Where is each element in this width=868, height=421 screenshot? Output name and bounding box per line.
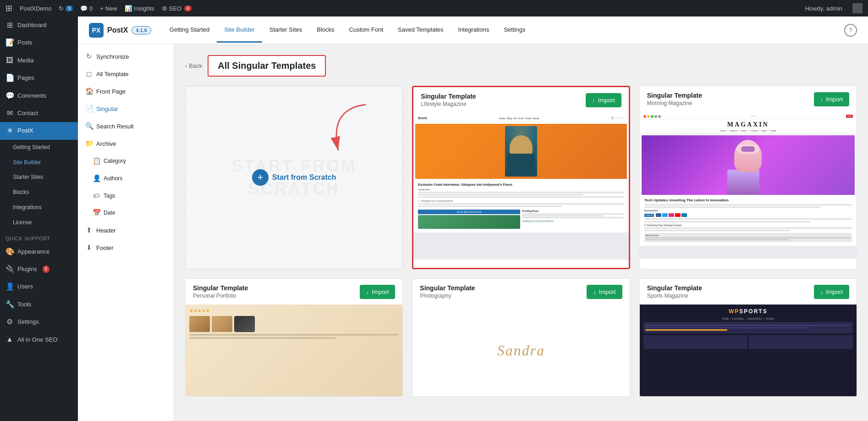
template-card-sub-photography: Photography (420, 293, 475, 299)
nav-custom-font[interactable]: Custom Font (342, 18, 390, 43)
template-preview-lifestyle: Briefx HomeBlogArtFoodTravelName ⊙ ○ ○ ○ (413, 113, 628, 260)
import-button-sports[interactable]: ↓ Import (814, 285, 849, 299)
tmpl-sidebar-label: Date (104, 210, 115, 216)
postx-logo: PX PostX 4.1.6 (89, 23, 151, 38)
howdy-text: Howdy, admin (805, 5, 842, 12)
insights-label: Insights (134, 5, 154, 12)
sidebar-item-pages[interactable]: 📄 Pages (0, 69, 78, 87)
template-preview-photography: Sandra (412, 305, 629, 396)
import-icon: ↓ (593, 288, 596, 295)
template-card-sub: Lifestyle Magazine (421, 101, 476, 107)
sidebar-item-starter-sites[interactable]: Starter Sites (0, 170, 78, 185)
insights-item[interactable]: 📊 Insights (125, 5, 154, 12)
template-card-info: Singular Template Personal Portfolio (193, 284, 248, 299)
scratch-arrow (302, 95, 384, 179)
scratch-label[interactable]: + Start from Scratch (252, 169, 336, 186)
tmpl-sidebar-footer[interactable]: ⬇ Footer (78, 239, 174, 256)
sidebar-item-license[interactable]: License (0, 215, 78, 230)
nav-site-builder[interactable]: Site Builder (217, 18, 262, 43)
sidebar-item-plugins[interactable]: 🔌 Plugins 6 (0, 260, 78, 278)
page-title: All Singular Templates (218, 61, 316, 71)
sidebar-item-label: Starter Sites (13, 173, 43, 181)
tmpl-sidebar-header[interactable]: ⬆ Header (78, 222, 174, 239)
tmpl-sidebar-label: Footer (96, 244, 114, 251)
template-card-name-morning: Singular Template (647, 92, 702, 99)
tmpl-sidebar-archive[interactable]: 📁 Archive (78, 135, 174, 152)
tmpl-sidebar-label: Category (104, 158, 126, 164)
back-button[interactable]: ‹ Back (185, 62, 202, 69)
import-label: Import (826, 96, 843, 103)
tmpl-sidebar-singular[interactable]: 📄 Singular (78, 100, 174, 117)
template-card-sub-portfolio: Personal Portfolio (193, 293, 248, 299)
nav-integrations[interactable]: Integrations (451, 18, 497, 43)
header-icon: ⬆ (85, 226, 93, 234)
sidebar-item-media[interactable]: 🖼 Media (0, 52, 78, 69)
tmpl-sidebar-label: Singular (96, 105, 118, 112)
sidebar-item-getting-started[interactable]: Getting Started (0, 140, 78, 155)
tmpl-sidebar-label: Tags (104, 193, 115, 199)
sidebar-item-label: All in One SEO (17, 336, 57, 344)
tmpl-sidebar-all-template[interactable]: ◻ All Template (78, 65, 174, 83)
site-name[interactable]: PostXDemo (20, 5, 51, 12)
archive-icon: 📁 (85, 139, 93, 148)
tmpl-sidebar-search-result[interactable]: 🔍 Search Result (78, 117, 174, 135)
seo-item[interactable]: ⚙ SEO 4 (162, 5, 192, 12)
wp-logo-icon[interactable]: ⊞ (5, 3, 12, 13)
nav-saved-templates[interactable]: Saved Templates (390, 18, 451, 43)
import-label: Import (826, 288, 843, 295)
sidebar-item-integrations[interactable]: Integrations (0, 200, 78, 215)
template-card-header-portfolio: Singular Template Personal Portfolio ↓ I… (186, 279, 402, 305)
import-button-lifestyle[interactable]: ↓ Import (586, 93, 621, 107)
help-button[interactable]: ? (844, 24, 857, 37)
tags-icon: 🏷 (93, 192, 100, 199)
tmpl-sidebar-front-page[interactable]: 🏠 Front Page (78, 83, 174, 100)
template-title-bar: ‹ Back All Singular Templates (185, 55, 857, 77)
nav-starter-sites[interactable]: Starter Sites (262, 18, 310, 43)
sidebar-item-allinone[interactable]: ▲ All in One SEO (0, 331, 78, 348)
nav-blocks[interactable]: Blocks (309, 18, 341, 43)
sidebar-item-site-builder[interactable]: Site Builder (0, 155, 78, 170)
dashboard-icon: ⊞ (5, 20, 14, 30)
tmpl-sidebar-date[interactable]: 📅 Date (78, 204, 174, 222)
sidebar-quick-support-header: Quick Support (0, 230, 78, 243)
import-button-photography[interactable]: ↓ Import (587, 285, 622, 299)
sidebar-item-label: Settings (17, 318, 39, 326)
tmpl-sidebar-category[interactable]: 📋 Category (78, 152, 174, 170)
tmpl-sidebar-authors[interactable]: 👤 Authors (78, 170, 174, 187)
new-item[interactable]: + New (100, 5, 117, 12)
seo-label: SEO (169, 5, 181, 12)
admin-bar: ⊞ PostXDemo ↻ 9 💬 0 + New 📊 Insights ⚙ S… (0, 0, 868, 17)
updates-item[interactable]: ↻ 9 (59, 5, 73, 12)
sidebar-item-settings[interactable]: ⚙ Settings (0, 313, 78, 331)
sidebar-item-posts[interactable]: 📝 Posts (0, 34, 78, 51)
sidebar-item-users[interactable]: 👤 Users (0, 278, 78, 295)
import-button-portfolio[interactable]: ↓ Import (360, 285, 395, 299)
nav-getting-started[interactable]: Getting Started (162, 18, 217, 43)
synchronize-icon: ↻ (85, 52, 93, 61)
sidebar-item-label: Blocks (13, 188, 29, 196)
sidebar-item-comments[interactable]: 💬 Comments (0, 87, 78, 105)
comments-item[interactable]: 💬 0 (80, 5, 93, 12)
sidebar-item-contact[interactable]: ✉ Contact (0, 105, 78, 122)
sidebar-item-label: Contact (17, 109, 38, 117)
sidebar-item-tools[interactable]: 🔧 Tools (0, 296, 78, 313)
all-template-icon: ◻ (85, 70, 93, 78)
pages-icon: 📄 (5, 73, 14, 83)
template-card-name-photography: Singular Template (420, 284, 475, 292)
sidebar-item-appearance[interactable]: 🎨 Appearance (0, 243, 78, 260)
tools-icon: 🔧 (5, 299, 14, 310)
sidebar-item-label: Pages (17, 74, 34, 82)
import-label: Import (599, 288, 616, 295)
tmpl-sidebar-synchronize[interactable]: ↻ Synchronize (78, 48, 174, 65)
template-preview-sports: WPSPORTS HOME|FOOTBALL|BASKETBALL|TENNIS (640, 305, 857, 396)
nav-settings[interactable]: Settings (496, 18, 533, 43)
sidebar-item-label: Site Builder (13, 159, 41, 166)
sidebar-item-postx[interactable]: ✳ PostX (0, 122, 78, 139)
tmpl-sidebar-tags[interactable]: 🏷 Tags (78, 187, 174, 204)
scratch-card[interactable]: START FROMSCRATCH + (185, 86, 403, 269)
insights-icon: 📊 (125, 5, 132, 12)
template-preview-morning: ▶ ◀ LIVE MAGAXIN Home•Opinion•Sport•Cult… (640, 112, 857, 259)
import-button-morning[interactable]: ↓ Import (814, 92, 849, 106)
sidebar-item-blocks[interactable]: Blocks (0, 185, 78, 200)
sidebar-item-dashboard[interactable]: ⊞ Dashboard (0, 17, 78, 34)
